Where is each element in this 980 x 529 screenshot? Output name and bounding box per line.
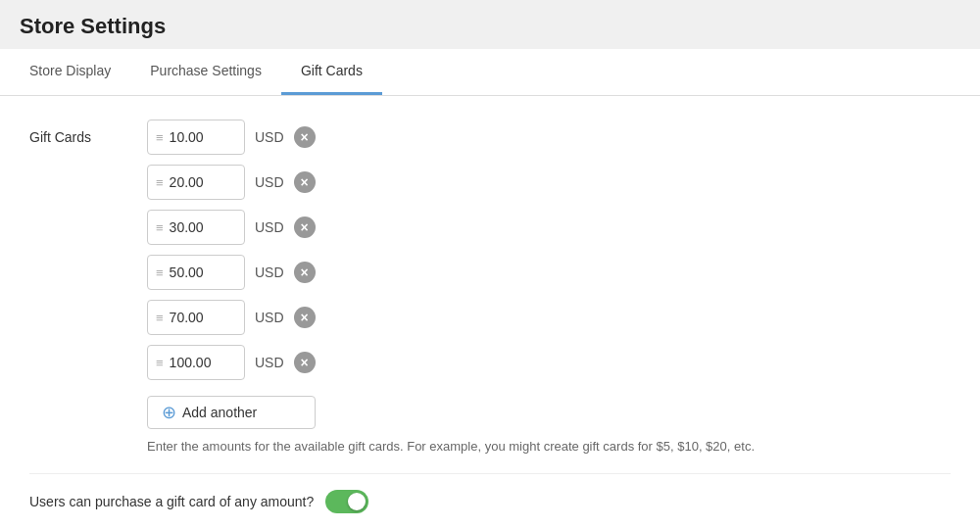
amount-input-wrapper-4: ≡ xyxy=(147,255,245,290)
table-row: ≡ USD × xyxy=(147,255,316,290)
tab-store-display[interactable]: Store Display xyxy=(10,49,130,95)
toggle-label: Users can purchase a gift card of any am… xyxy=(29,494,314,509)
section-label: Gift Cards xyxy=(29,120,127,145)
drag-icon-4: ≡ xyxy=(156,265,164,280)
drag-icon-5: ≡ xyxy=(156,311,164,325)
tabs-bar: Store Display Purchase Settings Gift Car… xyxy=(0,49,980,96)
main-content: Gift Cards ≡ USD × ≡ USD × ≡ xyxy=(0,96,980,529)
remove-button-1[interactable]: × xyxy=(294,126,316,148)
currency-label-5: USD xyxy=(255,310,284,325)
amount-input-3[interactable] xyxy=(170,219,228,235)
amount-input-wrapper-1: ≡ xyxy=(147,120,245,155)
helper-text: Enter the amounts for the available gift… xyxy=(147,439,951,454)
table-row: ≡ USD × xyxy=(147,165,316,200)
table-row: ≡ USD × xyxy=(147,345,316,380)
drag-icon-2: ≡ xyxy=(156,175,164,190)
remove-button-5[interactable]: × xyxy=(294,307,316,328)
add-another-button[interactable]: ⊕ Add another xyxy=(147,396,316,429)
add-another-label: Add another xyxy=(182,405,257,420)
toggle-row: Users can purchase a gift card of any am… xyxy=(29,473,951,513)
gift-cards-section: Gift Cards ≡ USD × ≡ USD × ≡ xyxy=(29,120,951,429)
drag-icon-6: ≡ xyxy=(156,356,164,370)
page-title: Store Settings xyxy=(20,14,960,39)
remove-button-6[interactable]: × xyxy=(294,352,316,373)
currency-label-6: USD xyxy=(255,355,284,370)
drag-icon-3: ≡ xyxy=(156,220,164,235)
page-header: Store Settings xyxy=(0,0,980,49)
currency-label-1: USD xyxy=(255,129,284,145)
drag-icon-1: ≡ xyxy=(156,130,164,145)
any-amount-toggle[interactable] xyxy=(325,490,368,513)
currency-label-4: USD xyxy=(255,264,284,280)
amount-input-1[interactable] xyxy=(170,129,228,145)
tab-gift-cards[interactable]: Gift Cards xyxy=(281,49,382,95)
amount-input-wrapper-2: ≡ xyxy=(147,165,245,200)
table-row: ≡ USD × xyxy=(147,210,316,245)
amount-input-wrapper-6: ≡ xyxy=(147,345,245,380)
amount-input-2[interactable] xyxy=(170,174,228,190)
toggle-slider xyxy=(325,490,368,513)
remove-button-4[interactable]: × xyxy=(294,262,316,283)
currency-label-3: USD xyxy=(255,219,284,235)
gift-card-fields: ≡ USD × ≡ USD × ≡ USD × xyxy=(147,120,316,429)
table-row: ≡ USD × xyxy=(147,120,316,155)
table-row: ≡ USD × xyxy=(147,300,316,335)
amount-input-wrapper-3: ≡ xyxy=(147,210,245,245)
tab-purchase-settings[interactable]: Purchase Settings xyxy=(130,49,281,95)
remove-button-2[interactable]: × xyxy=(294,171,316,193)
amount-input-4[interactable] xyxy=(170,264,228,280)
remove-button-3[interactable]: × xyxy=(294,216,316,238)
amount-input-wrapper-5: ≡ xyxy=(147,300,245,335)
amount-input-6[interactable] xyxy=(170,355,228,370)
amount-input-5[interactable] xyxy=(170,310,228,325)
currency-label-2: USD xyxy=(255,174,284,190)
plus-icon: ⊕ xyxy=(162,404,176,421)
